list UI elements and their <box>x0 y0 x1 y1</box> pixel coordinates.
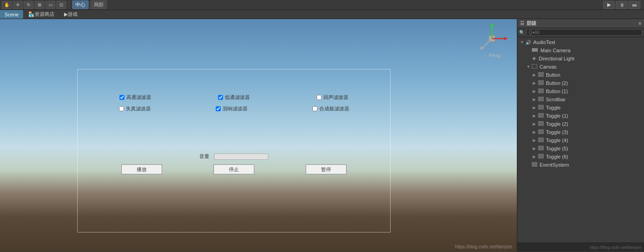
hierarchy-item-maincamera[interactable]: Main Camera <box>517 46 644 54</box>
checkbox-high-pass-input[interactable] <box>119 95 124 100</box>
panel-menu-icon[interactable]: ≡ <box>639 21 641 26</box>
checkbox-distort[interactable]: 失真滤波器 <box>119 105 151 112</box>
checkbox-low-pass-label: 低通滤波器 <box>225 94 250 101</box>
hand-tool-btn[interactable]: ✋ <box>2 1 12 9</box>
volume-area: 音量 <box>77 153 391 160</box>
svg-line-5 <box>482 39 492 48</box>
checkbox-chorus-label: 合成板滤波器 <box>319 105 349 112</box>
svg-rect-15 <box>538 113 544 118</box>
expand-toggle5: ▶ <box>533 146 537 151</box>
svg-rect-12 <box>538 89 544 93</box>
expand-toggle: ▶ <box>533 105 537 110</box>
gizmo-widget[interactable]: ← Persp <box>476 23 508 58</box>
light-icon: ☀ <box>532 56 536 62</box>
toggle5-label: Toggle (5) <box>546 146 568 151</box>
hierarchy-item-toggle2[interactable]: ▶ Toggle (2) <box>517 120 644 128</box>
local-toggle[interactable]: 局部 <box>90 0 107 9</box>
checkbox-low-pass[interactable]: 低通滤波器 <box>218 94 250 101</box>
rect-tool-btn[interactable]: ▭ <box>45 1 55 9</box>
transform-tool-btn[interactable]: ⊡ <box>56 1 66 9</box>
scene-view: Shaded ▾ 2D ☀ ♪ 🖼 Gizmos ▾ 🔍 <box>0 19 517 252</box>
checkbox-chorus[interactable]: 合成板滤波器 <box>312 105 349 112</box>
checkbox-high-pass[interactable]: 高通滤波器 <box>119 94 151 101</box>
toggle6-icon <box>538 154 544 159</box>
rotate-tool-btn[interactable]: ↻ <box>24 1 34 9</box>
hierarchy-item-toggle3[interactable]: ▶ Toggle (3) <box>517 128 644 136</box>
expand-toggle3: ▶ <box>533 130 537 134</box>
hierarchy-item-button2[interactable]: ▶ Button (2) <box>517 79 644 87</box>
audiotext-icon: 🔊 <box>525 40 531 45</box>
canvas-ui: 高通滤波器 低通滤波器 回声滤波器 失真滤波器 <box>77 69 391 232</box>
expand-button2: ▶ <box>533 81 537 85</box>
expand-scrollbar: ▶ <box>533 97 537 102</box>
expand-toggle2: ▶ <box>533 122 537 126</box>
scale-tool-btn[interactable]: ⊞ <box>35 1 45 9</box>
toggle4-label: Toggle (4) <box>546 138 568 143</box>
hierarchy-item-button[interactable]: ▶ Button <box>517 71 644 79</box>
pause-game-button[interactable]: 暂停 <box>306 164 347 174</box>
pause-button[interactable]: ⏸ <box>616 1 628 9</box>
svg-rect-17 <box>538 129 544 134</box>
checkbox-low-pass-input[interactable] <box>218 95 223 100</box>
step-button[interactable]: ⏭ <box>629 1 640 9</box>
eventsystem-label: EventSystem <box>540 162 569 168</box>
svg-marker-4 <box>490 23 494 26</box>
dirlight-label: Directional Light <box>539 56 575 61</box>
checkbox-reverb[interactable]: 混响滤波器 <box>216 105 248 112</box>
expand-toggle1: ▶ <box>533 114 537 118</box>
button1-label: Button (1) <box>546 89 568 94</box>
play-button[interactable]: ▶ <box>603 1 615 9</box>
svg-rect-10 <box>538 72 544 77</box>
svg-rect-13 <box>538 97 544 101</box>
checkbox-reverb-label: 混响滤波器 <box>223 105 248 112</box>
hierarchy-search-input[interactable] <box>526 29 642 36</box>
play-game-button[interactable]: 播放 <box>121 164 162 174</box>
expand-canvas: ▼ <box>526 64 531 69</box>
hierarchy-item-toggle5[interactable]: ▶ Toggle (5) <box>517 144 644 153</box>
checkbox-row-2: 失真滤波器 混响滤波器 合成板滤波器 <box>77 105 391 112</box>
svg-marker-8 <box>536 48 538 52</box>
sep1 <box>69 1 69 9</box>
toggle4-icon <box>538 138 544 143</box>
svg-rect-14 <box>538 105 544 109</box>
scrollbar-label: Scrollbar <box>546 97 565 102</box>
stop-game-button[interactable]: 停止 <box>213 164 254 174</box>
hierarchy-item-toggle4[interactable]: ▶ Toggle (4) <box>517 136 644 144</box>
hierarchy-item-button1[interactable]: ▶ Button (1) <box>517 87 644 95</box>
main-area: Shaded ▾ 2D ☀ ♪ 🖼 Gizmos ▾ 🔍 <box>0 19 644 252</box>
checkbox-distort-input[interactable] <box>119 106 124 111</box>
toggle6-label: Toggle (6) <box>546 154 568 159</box>
hierarchy-item-audiotext[interactable]: ▼ 🔊 AudioText <box>517 38 644 46</box>
checkbox-echo-input[interactable] <box>317 95 322 100</box>
button-icon <box>538 72 544 78</box>
toggle5-icon <box>538 146 544 151</box>
tab-scene[interactable]: Scene <box>0 10 24 19</box>
move-tool-btn[interactable]: ✛ <box>13 1 23 9</box>
svg-rect-18 <box>538 138 544 142</box>
tab-game[interactable]: ▶ 游戏 <box>59 10 83 19</box>
checkbox-row-1: 高通滤波器 低通滤波器 回声滤波器 <box>77 94 391 101</box>
center-toggle[interactable]: 中心 <box>72 0 89 9</box>
tab-asset-store[interactable]: 🏪 资源商店 <box>24 10 59 19</box>
panel-footer: https://blog.csdn.net/ifanyize <box>517 242 644 252</box>
hierarchy-search-icon: 🔍 <box>519 30 525 35</box>
hierarchy-item-scrollbar[interactable]: ▶ Scrollbar <box>517 95 644 104</box>
tool-buttons: ✋ ✛ ↻ ⊞ ▭ ⊡ <box>2 1 66 9</box>
svg-rect-11 <box>538 80 544 85</box>
hierarchy-panel: ☰ 层级 ≡ 🔍 ▼ 🔊 AudioText <box>517 19 644 252</box>
panel-header-icon: ☰ <box>520 20 525 26</box>
hierarchy-item-toggle6[interactable]: ▶ Toggle (6) <box>517 153 644 161</box>
tab-bar: Scene 🏪 资源商店 ▶ 游戏 <box>0 10 644 19</box>
hierarchy-item-eventsystem[interactable]: EventSystem <box>517 161 644 169</box>
checkbox-chorus-input[interactable] <box>312 106 317 111</box>
checkbox-echo[interactable]: 回声滤波器 <box>317 94 348 101</box>
hierarchy-item-canvas[interactable]: ▼ Canvas <box>517 63 644 71</box>
volume-slider[interactable] <box>214 153 268 160</box>
checkbox-reverb-input[interactable] <box>216 106 221 111</box>
hierarchy-item-dirlight[interactable]: ☀ Directional Light <box>517 54 644 63</box>
pause-game-button-label: 暂停 <box>321 166 331 173</box>
audiotext-label: AudioText <box>533 40 555 45</box>
button2-icon <box>538 80 544 86</box>
hierarchy-item-toggle1[interactable]: ▶ Toggle (1) <box>517 112 644 120</box>
hierarchy-item-toggle[interactable]: ▶ Toggle <box>517 104 644 112</box>
